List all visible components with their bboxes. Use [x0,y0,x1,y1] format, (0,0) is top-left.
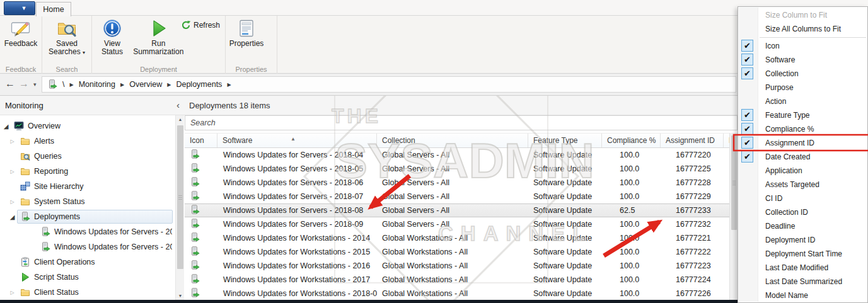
breadcrumb-arrow-icon[interactable]: ▶ [120,82,124,88]
menu-item-collection[interactable]: ✔Collection [738,67,867,81]
run-summarization-button[interactable]: Run Summarization [129,16,187,57]
scrollbar-thumb[interactable] [177,125,183,269]
menu-item-assignment-id[interactable]: ✔Assignment ID [738,136,867,150]
menu-item-size-all-columns-to-fit[interactable]: Size All Columns to Fit [738,22,867,36]
breadcrumb-segment-monitoring[interactable]: Monitoring [79,80,115,89]
table-row[interactable]: Windows Updates for Workstations - 2014G… [185,231,738,245]
sidebar-item-alerts[interactable]: ▷Alerts [0,134,175,149]
menu-item-action[interactable]: Action [738,94,867,108]
app-menu-button[interactable]: ▼ [4,1,35,15]
menu-item-date-created[interactable]: ✔Date Created [738,150,867,164]
sidebar-item-site-hierarchy[interactable]: Site Hierarchy [0,179,175,194]
menu-item-deadline[interactable]: Deadline [738,219,867,233]
menu-item-model-name[interactable]: Model Name [738,289,867,302]
table-row[interactable]: Windows Updates for Servers - 2018-04Glo… [185,148,738,162]
search-input[interactable] [185,116,737,130]
table-row[interactable]: Windows Updates for Workstations - 2017G… [185,273,738,287]
checkbox-checked-icon[interactable]: ✔ [741,54,753,66]
saved-searches-button[interactable]: Saved Searches ▾ [44,16,90,57]
sidebar-item-windows-updates-for-servers-2017-stat[interactable]: Windows Updates for Servers - 2017 Stat [0,224,175,239]
table-row[interactable]: Windows Updates for Servers - 2018-07Glo… [185,190,738,203]
column-header-feature-type[interactable]: Feature Type [528,134,602,147]
sidebar-item-client-status[interactable]: ▷Client Status [0,285,175,300]
menu-item-last-date-modified[interactable]: Last Date Modified [738,261,867,275]
menu-item-collection-id[interactable]: Collection ID [738,205,867,219]
view-status-button[interactable]: View Status [97,16,127,57]
checkbox-checked-icon[interactable]: ✔ [741,109,753,121]
cell-software: Windows Updates for Servers - 2018-06 [217,178,377,187]
checkbox-checked-icon[interactable]: ✔ [741,123,753,135]
sidebar-item-reporting[interactable]: ▷Reporting [0,164,175,179]
column-header-label: Compliance % [607,136,656,145]
properties-button[interactable]: Properties [227,16,266,49]
table-row[interactable]: Windows Updates for Workstations - 2015G… [185,245,738,259]
column-header-compliance[interactable]: Compliance % [602,134,661,147]
breadcrumb-segment-root[interactable]: \ [62,80,64,89]
menu-item-icon[interactable]: ✔Icon [738,39,867,53]
list-scrollbar[interactable] [729,133,738,300]
checkbox-checked-icon[interactable]: ✔ [741,137,753,149]
menu-item-purpose[interactable]: Purpose [738,81,867,94]
menu-item-software[interactable]: ✔Software [738,53,867,67]
scrollbar-thumb[interactable] [731,135,737,230]
table-row[interactable]: Windows Updates for Servers - 2018-05Glo… [185,162,738,176]
column-header-icon[interactable]: Icon [185,134,217,147]
table-row-selected[interactable]: Windows Updates for Servers - 2018-08Glo… [185,203,738,217]
sidebar-item-deployments[interactable]: ◢Deployments [0,209,175,224]
column-header-label: Icon [190,136,204,145]
menu-item-feature-type[interactable]: ✔Feature Type [738,108,867,122]
forward-button[interactable]: → [19,78,29,89]
deployment-server-icon [40,242,50,252]
checkbox-checked-icon[interactable]: ✔ [741,151,753,163]
sidebar-item-queries[interactable]: Queries [0,149,175,164]
menu-item-assets-targeted[interactable]: Assets Targeted [738,178,867,192]
scroll-down-icon[interactable]: ▼ [176,294,185,298]
table-row[interactable]: Windows Updates for Workstations - 2016G… [185,259,738,273]
expander-collapsed-icon[interactable]: ▷ [8,290,17,295]
checkbox-checked-icon[interactable]: ✔ [741,67,753,79]
sidebar-item-label: System Status [34,197,85,206]
tab-home[interactable]: Home [36,2,71,16]
expander-expanded-icon[interactable]: ◢ [8,214,17,220]
cell-compliance: 100.0 [602,151,661,159]
sidebar-item-system-status[interactable]: ▷System Status [0,194,175,209]
cell-collection: Global Workstations - All [377,248,528,256]
sidebar-scrollbar[interactable]: ▲ ▼ [175,115,184,300]
button-label: Properties [229,40,264,48]
menu-item-last-date-summarized[interactable]: Last Date Summarized [738,275,867,289]
breadcrumb-arrow-icon[interactable]: ▶ [69,82,73,88]
table-row[interactable]: Windows Updates for Servers - 2018-06Glo… [185,176,738,190]
checkbox-checked-icon[interactable]: ✔ [741,40,753,52]
menu-item-label: Software [765,55,795,64]
expander-collapsed-icon[interactable]: ▷ [8,199,17,205]
breadcrumb-segment-deployments[interactable]: Deployments [176,80,222,89]
breadcrumb-arrow-icon[interactable]: ▶ [227,82,231,88]
tree-node: Script Status [17,270,175,284]
expander-collapsed-icon[interactable]: ▷ [8,139,17,144]
sidebar-item-windows-updates-for-servers-2018-08[interactable]: Windows Updates for Servers - 2018-08 [0,239,175,254]
expander-expanded-icon[interactable]: ◢ [1,123,11,130]
refresh-button[interactable]: Refresh [180,20,221,31]
column-header-assignment-id[interactable]: Assignment ID [661,134,724,147]
breadcrumb-segment-overview[interactable]: Overview [129,80,162,89]
menu-item-ci-id[interactable]: CI ID [738,192,867,205]
menu-item-compliance[interactable]: ✔Compliance % [738,122,867,136]
scroll-up-icon[interactable]: ▲ [176,117,185,122]
sidebar-item-script-status[interactable]: Script Status [0,270,175,285]
sidebar-item-overview[interactable]: ◢Overview [0,118,175,134]
menu-item-application[interactable]: Application [738,164,867,178]
menu-item-deployment-id[interactable]: Deployment ID [738,233,867,247]
column-header-software[interactable]: Software▲ [217,134,377,147]
expander-collapsed-icon[interactable]: ▷ [8,169,17,174]
collapse-sidebar-button[interactable]: ‹ [176,100,180,110]
breadcrumb-arrow-icon[interactable]: ▶ [167,82,171,88]
history-dropdown-icon[interactable]: ▾ [33,81,37,88]
column-header-collection[interactable]: Collection [377,134,528,147]
cell-collection: Global Workstations - All [377,234,528,243]
sidebar-item-client-operations[interactable]: Client Operations [0,254,175,270]
menu-item-deployment-start-time[interactable]: Deployment Start Time [738,247,867,261]
back-button[interactable]: ← [5,78,15,89]
table-row[interactable]: Windows Updates for Workstations - 2018-… [185,287,738,300]
table-row[interactable]: Windows Updates for Servers - 2018-09Glo… [185,217,738,231]
feedback-button[interactable]: Feedback [1,16,40,49]
